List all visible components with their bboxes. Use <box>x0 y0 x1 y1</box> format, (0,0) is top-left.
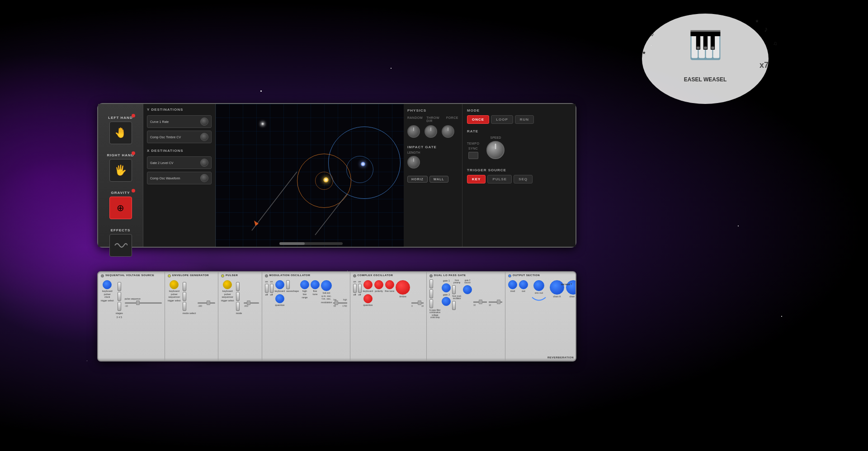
mod-range-knob[interactable] <box>300 280 309 289</box>
pulser-free-toggle[interactable] <box>236 292 240 301</box>
run-button[interactable]: RUN <box>515 115 534 124</box>
reverberation-label: REVERBERATION <box>547 356 574 359</box>
lpg-gate1-label: gate 1 <box>442 279 451 282</box>
x-dest-2[interactable]: Comp Osc Waveform <box>147 172 212 184</box>
throw-dir-knob[interactable] <box>425 125 437 138</box>
viz-scrollbar[interactable] <box>279 242 343 245</box>
svs-stage-4-toggle[interactable] <box>118 292 121 301</box>
force-label: FORCE <box>446 116 458 122</box>
comp-osc-indicator <box>353 274 356 277</box>
mod-osc-section: MODULATION OSCILLATOR on off on off keyb <box>262 272 350 361</box>
comp-fine-tune-knob[interactable] <box>385 280 394 289</box>
svs-slider-thumb[interactable] <box>136 301 140 305</box>
y-dest-2[interactable]: Comp Osc Timbre CV <box>147 131 212 143</box>
env-self-toggle[interactable] <box>183 302 186 311</box>
lpg-mod-toggle[interactable] <box>452 301 456 310</box>
comp-polarity-knob[interactable] <box>374 280 383 289</box>
effects-icon[interactable] <box>109 234 132 257</box>
trigger-buttons-row: KEY PULSE SEQ <box>467 175 571 183</box>
lpg-10b-label: 10 <box>489 304 491 306</box>
svs-minus10-label: -10 <box>125 305 128 307</box>
comp-timbre-knob[interactable] <box>396 280 410 295</box>
seq-button[interactable]: SEQ <box>514 175 533 183</box>
lpg-gate2-src-knob[interactable] <box>463 285 472 294</box>
mod-waveshape-label: waveshape <box>286 290 299 293</box>
output-chanB-knob[interactable] <box>566 280 576 295</box>
lpg-combo-toggle[interactable] <box>429 289 433 298</box>
output-out-knob[interactable] <box>519 280 528 289</box>
left-hand-icon[interactable]: 🤚 <box>109 122 132 144</box>
x-dest-1[interactable]: Gate 2 Level CV <box>147 156 212 169</box>
random-knob[interactable] <box>407 125 420 138</box>
pulse-button[interactable]: PULSE <box>487 175 512 183</box>
lpg-slider2-thumb[interactable] <box>497 300 500 304</box>
y-dest-2-knob[interactable] <box>200 133 208 141</box>
comp-slider-thumb[interactable] <box>418 301 421 305</box>
lpg-slider-2: 10 <box>489 279 502 306</box>
lpg-preamp-toggle[interactable] <box>452 285 456 294</box>
mod-toggle-1[interactable] <box>265 284 269 293</box>
comp-toggle-2[interactable] <box>358 284 362 293</box>
lpg-vca-toggle[interactable] <box>429 299 433 308</box>
svs-stage-3-toggle[interactable] <box>118 282 121 291</box>
y-dest-1-knob[interactable] <box>200 117 208 126</box>
force-knob[interactable] <box>442 125 454 138</box>
mod-slider-thumb[interactable] <box>335 301 338 305</box>
right-hand-section[interactable]: RIGHT HAND 🖐 <box>103 150 139 184</box>
key-button[interactable]: KEY <box>467 175 486 183</box>
mod-fine-tune-knob[interactable] <box>311 280 320 289</box>
comp-toggle-1[interactable] <box>353 284 357 293</box>
output-chanA-knob[interactable] <box>550 280 564 295</box>
once-button[interactable]: ONCE <box>467 115 489 124</box>
gravity-icon[interactable]: ⊕ <box>109 197 132 219</box>
lpg-slider1-thumb[interactable] <box>479 300 482 304</box>
lower-panel: SEQUENTIAL VOLTAGE SOURCE keyboardpulser… <box>97 271 576 362</box>
comp-slider-area: 0 10 <box>411 280 424 307</box>
comp-quantize-knob[interactable] <box>363 294 373 303</box>
mod-toggle-2[interactable] <box>270 284 274 293</box>
comp-keyboard-knob[interactable] <box>363 280 373 289</box>
env-value-label: .100 <box>198 305 202 307</box>
env-keyboard-knob[interactable] <box>170 280 179 289</box>
pulser-clock-toggle[interactable] <box>236 302 240 311</box>
wall-button[interactable]: WALL <box>429 176 448 183</box>
svs-stage-5-toggle[interactable] <box>118 302 121 311</box>
pulser-sync-toggle[interactable] <box>236 282 240 291</box>
mod-keyboard-knob[interactable] <box>275 280 284 289</box>
y-dest-1[interactable]: Curve 1 Rate <box>147 115 212 128</box>
env-slider-thumb[interactable] <box>207 301 210 305</box>
visualization-area[interactable] <box>216 104 428 247</box>
speed-knob[interactable] <box>486 141 505 159</box>
lpg-lopass-toggle[interactable] <box>429 279 433 288</box>
right-hand-label: RIGHT HAND <box>107 153 134 157</box>
env-transient-toggle[interactable] <box>183 292 186 301</box>
x-dest-1-knob[interactable] <box>200 159 208 167</box>
env-sustained-toggle[interactable] <box>183 282 186 291</box>
lpg-mod-osc-label: from mod. oscillator <box>452 295 462 300</box>
mod-waveshape-toggle[interactable] <box>286 280 290 289</box>
impact-gate-section: IMPACT GATE LENGTH <box>407 145 458 169</box>
left-hand-section[interactable]: LEFT HAND 🤚 <box>103 113 139 147</box>
svg-marker-11 <box>254 221 259 226</box>
gravity-section[interactable]: GRAVITY ⊕ <box>103 188 139 222</box>
effects-section[interactable]: EFFECTS <box>103 226 139 259</box>
svg-text:🎹: 🎹 <box>689 29 722 61</box>
pulser-knob[interactable] <box>223 280 232 289</box>
loop-button[interactable]: LOOP <box>491 115 513 124</box>
physics-panel: PHYSICS RANDOM THROW DIR FORCE IMPACT GA… <box>404 104 462 247</box>
mod-bal-ext-knob[interactable] <box>321 280 332 291</box>
lpg-gate1-knob[interactable] <box>442 283 451 292</box>
output-mod-knob[interactable] <box>508 280 517 289</box>
horiz-button[interactable]: HORIZ <box>407 176 428 183</box>
pulser-kbd-label: keyboardpulsersequencer <box>222 290 234 299</box>
output-env-out-knob[interactable] <box>533 280 544 291</box>
svs-keyboard-knob[interactable] <box>103 280 112 289</box>
x-dest-2-knob[interactable] <box>200 174 208 182</box>
right-hand-icon[interactable]: 🖐 <box>109 159 132 182</box>
tempo-sync-switch[interactable] <box>468 152 478 159</box>
svs-345-label: 3 4 5 <box>117 316 122 319</box>
length-knob[interactable] <box>407 156 420 169</box>
lpg-gate2-knob[interactable] <box>442 297 451 306</box>
rate-section: RATE TEMPO SYNC SPEED <box>467 129 571 159</box>
mod-quantize-knob[interactable] <box>275 294 284 303</box>
